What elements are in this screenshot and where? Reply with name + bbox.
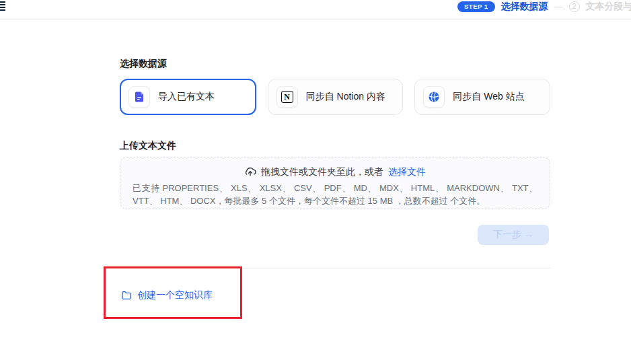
datasource-card-label: 导入已有文本 — [158, 91, 215, 103]
notion-icon: N — [276, 86, 298, 108]
step2-label: 文本分段与清洗 — [586, 1, 631, 13]
datasource-card-import-text[interactable]: 导入已有文本 — [120, 79, 256, 115]
folder-icon — [121, 290, 132, 301]
step2-number-badge: 2 — [569, 1, 580, 12]
create-empty-kb-link[interactable]: 创建一个空知识库 — [121, 289, 213, 301]
dropzone-instruction: 拖拽文件或文件夹至此，或者 选择文件 — [133, 165, 537, 178]
create-knowledge-page: STEP 1 选择数据源 — 2 文本分段与清洗 选择数据源 导入已有文本 — [0, 0, 631, 364]
datasource-card-notion[interactable]: N 同步自 Notion 内容 — [268, 79, 404, 115]
upload-cloud-icon — [244, 166, 256, 178]
next-step-button[interactable]: 下一步 → — [478, 225, 549, 245]
datasource-card-label: 同步自 Notion 内容 — [306, 91, 385, 103]
datasource-card-web[interactable]: 同步自 Web 站点 — [414, 79, 550, 115]
datasource-card-label: 同步自 Web 站点 — [453, 91, 524, 103]
footer-divider — [120, 268, 550, 268]
main-content: 选择数据源 导入已有文本 N 同步自 Notion 内容 — [120, 0, 550, 364]
upload-section-title: 上传文本文件 — [120, 141, 176, 151]
menu-icon[interactable] — [0, 1, 5, 11]
dropzone-text: 拖拽文件或文件夹至此，或者 — [261, 165, 383, 178]
create-empty-kb-label: 创建一个空知识库 — [137, 289, 213, 301]
supported-files-hint: 已支持 PROPERTIES、 XLS、 XLSX、 CSV、 PDF、 MD、… — [133, 182, 537, 207]
file-text-icon — [128, 86, 150, 108]
datasource-options: 导入已有文本 N 同步自 Notion 内容 同步自 Web 站点 — [120, 79, 550, 115]
globe-icon — [423, 86, 445, 108]
step-separator: — — [554, 1, 563, 11]
datasource-section-title: 选择数据源 — [120, 59, 167, 69]
file-dropzone[interactable]: 拖拽文件或文件夹至此，或者 选择文件 已支持 PROPERTIES、 XLS、 … — [120, 157, 550, 209]
browse-files-link[interactable]: 选择文件 — [388, 165, 426, 178]
